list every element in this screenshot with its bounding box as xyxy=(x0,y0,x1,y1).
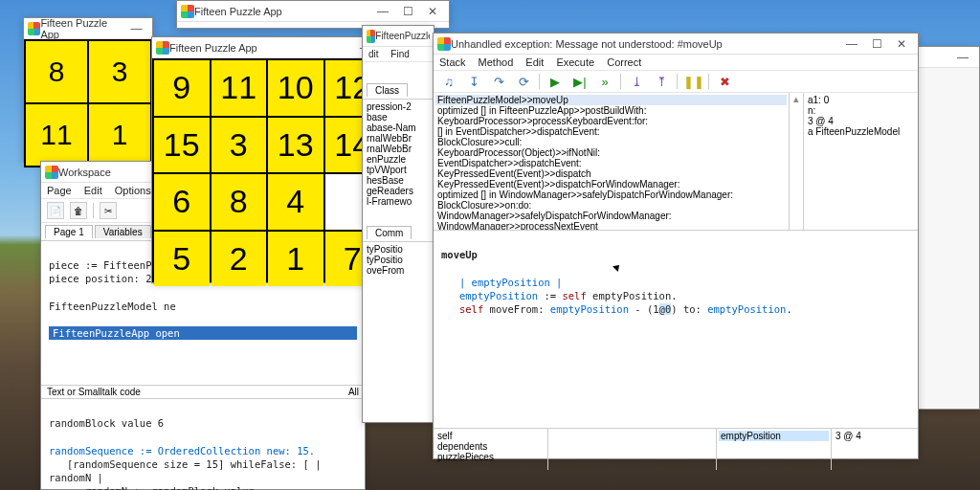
tile[interactable]: 2 xyxy=(212,232,267,287)
stack-frame[interactable]: KeyPressedEvent(Event)>>dispatch xyxy=(435,168,787,179)
tile[interactable]: 8 xyxy=(212,174,267,230)
step-over-icon[interactable]: ↷ xyxy=(489,75,508,89)
category-item[interactable]: hesBase xyxy=(365,175,432,186)
browser-titlebar[interactable]: FifteenPuzzleMode xyxy=(363,26,434,47)
method-item[interactable]: tyPositio xyxy=(365,255,432,265)
model-browser-window[interactable]: FifteenPuzzleMode dit Find Class pressio… xyxy=(362,25,434,423)
var-row[interactable]: n: xyxy=(806,105,916,116)
stack-frame[interactable]: [] in EventDispatcher>>dispatchEvent: xyxy=(435,126,787,137)
method-item[interactable]: oveFrom xyxy=(365,265,432,276)
method-source[interactable]: moveUp | emptyPosition | emptyPosition :… xyxy=(434,231,918,428)
scroll-indicator[interactable]: ▴ xyxy=(790,93,803,230)
category-item[interactable]: abase-Nam xyxy=(365,122,432,133)
stack-frame[interactable]: FifteenPuzzleModel>>moveUp xyxy=(435,95,787,105)
category-item[interactable]: pression-2 xyxy=(365,101,432,112)
stack-frame[interactable]: WindowManager>>processNextEvent xyxy=(435,221,787,230)
receiver-vars[interactable]: a1: 0n:3 @ 4a FifteenPuzzleModel xyxy=(803,93,918,230)
tile[interactable]: 6 xyxy=(154,174,210,230)
menu-correct[interactable]: Correct xyxy=(607,56,641,68)
inspector-right[interactable]: emptyPosition xyxy=(717,429,832,470)
inspector-right-value[interactable]: 3 @ 4 xyxy=(832,429,918,470)
category-item[interactable]: base xyxy=(365,112,432,122)
category-list[interactable]: pression-2baseabase-NamrnalWebBrrnalWebB… xyxy=(363,100,434,224)
maximize-button[interactable]: ☐ xyxy=(395,1,420,22)
var-emptyposition[interactable]: emptyPosition xyxy=(719,431,829,441)
stack-frame[interactable]: optimized [] in FifteenPuzzleApp>>postBu… xyxy=(435,105,787,116)
tile[interactable]: 15 xyxy=(154,118,210,173)
debugger-window[interactable]: Unhandled exception: Message not underst… xyxy=(433,33,919,459)
category-item[interactable]: tpVWport xyxy=(365,165,432,175)
inspector-item[interactable]: self xyxy=(435,431,546,441)
puzzle-back-titlebar[interactable]: Fifteen Puzzle App — ☐ ✕ xyxy=(177,1,449,22)
tile[interactable]: 11 xyxy=(26,104,87,166)
close-button[interactable]: ✕ xyxy=(420,1,445,22)
minimize-button[interactable]: — xyxy=(124,18,148,39)
tab-comm[interactable]: Comm xyxy=(367,226,412,239)
menu-edit[interactable]: Edit xyxy=(525,56,544,68)
tile[interactable]: 3 xyxy=(212,118,267,173)
cursor-down-icon[interactable]: ⤓ xyxy=(627,75,646,89)
tile[interactable]: 3 xyxy=(89,41,150,102)
inspector-item[interactable]: puzzlePieces xyxy=(435,452,546,462)
step-into-icon[interactable]: ↧ xyxy=(464,75,483,89)
stack-frame[interactable]: KeyPressedEvent(Event)>>dispatchForWindo… xyxy=(435,179,787,189)
tab-variables[interactable]: Variables xyxy=(95,225,151,238)
minimize-button[interactable]: — xyxy=(950,47,975,68)
stack-frame[interactable]: optimized [] in WindowManager>>safelyDis… xyxy=(435,189,787,200)
menu-edit-fragment[interactable]: dit xyxy=(368,49,379,59)
stack-frame[interactable]: KeyboardProcessor(Object)>>ifNotNil: xyxy=(435,147,787,158)
browser-menubar[interactable]: dit Find xyxy=(363,47,434,62)
minimize-button[interactable]: — xyxy=(370,1,395,22)
delete-button[interactable]: 🗑 xyxy=(70,202,87,219)
selected-code-line[interactable]: FifteenPuzzleApp open xyxy=(49,326,357,340)
menu-execute[interactable]: Execute xyxy=(556,56,594,68)
menu-find[interactable]: Find xyxy=(390,49,409,59)
puzzle-front-window[interactable]: Fifteen Puzzle App — 9111012153131468452… xyxy=(151,36,383,283)
tile[interactable]: 1 xyxy=(268,232,323,287)
footer-mode[interactable]: All xyxy=(348,387,359,397)
stack-trace[interactable]: FifteenPuzzleModel>>moveUpoptimized [] i… xyxy=(434,93,790,230)
inspector-left[interactable]: selfdependentspuzzlePieces xyxy=(434,429,548,470)
new-page-button[interactable]: 📄 xyxy=(47,202,64,219)
cut-button[interactable]: ✂ xyxy=(100,202,117,219)
menu-edit[interactable]: Edit xyxy=(84,185,102,196)
headphones-icon[interactable]: ♫ xyxy=(439,75,458,89)
menu-method[interactable]: Method xyxy=(479,56,514,68)
debugger-titlebar[interactable]: Unhandled exception: Message not underst… xyxy=(434,33,918,55)
category-item[interactable]: rnalWebBr xyxy=(365,133,432,144)
puzzle-left-titlebar[interactable]: Fifteen Puzzle App — xyxy=(24,18,152,39)
category-item[interactable]: rnalWebBr xyxy=(365,144,432,154)
stop-icon[interactable]: ✖ xyxy=(715,75,734,89)
refresh-icon[interactable]: ⟳ xyxy=(514,75,533,89)
menu-options[interactable]: Options xyxy=(115,185,151,196)
var-row[interactable]: 3 @ 4 xyxy=(806,116,916,126)
var-row[interactable]: a1: 0 xyxy=(806,95,916,105)
play-icon[interactable]: ▶ xyxy=(546,75,565,89)
method-item[interactable]: tyPositio xyxy=(365,244,432,255)
method-list[interactable]: tyPositiotyPositiooveFrom xyxy=(363,242,434,278)
next-icon[interactable]: » xyxy=(595,75,614,89)
tab-page1[interactable]: Page 1 xyxy=(45,225,93,238)
tile[interactable]: 10 xyxy=(268,60,323,116)
stack-frame[interactable]: EventDispatcher>>dispatchEvent: xyxy=(435,158,787,168)
debugger-menubar[interactable]: Stack Method Edit Execute Correct xyxy=(434,55,918,71)
minimize-button[interactable]: — xyxy=(839,33,864,55)
tile[interactable]: 1 xyxy=(89,104,150,166)
category-item[interactable]: enPuzzle xyxy=(365,154,432,165)
tile[interactable]: 4 xyxy=(268,174,323,230)
var-row[interactable]: a FifteenPuzzleModel xyxy=(806,126,916,137)
stack-frame[interactable]: BlockClosure>>cull: xyxy=(435,137,787,147)
tile[interactable]: 9 xyxy=(154,60,210,116)
menu-stack[interactable]: Stack xyxy=(439,56,466,68)
category-item[interactable]: l-Framewo xyxy=(365,196,432,207)
bg-titlebar[interactable]: — xyxy=(918,47,979,68)
tab-class[interactable]: Class xyxy=(367,83,408,97)
puzzle-left-window[interactable]: Fifteen Puzzle App — 8 3 11 1 xyxy=(23,17,153,163)
workspace-footer-code[interactable]: randomBlock value 6 randomSequence := Or… xyxy=(41,398,365,490)
inspector-item[interactable]: dependents xyxy=(435,441,546,452)
tile[interactable]: 13 xyxy=(268,118,323,173)
stack-frame[interactable]: BlockClosure>>on:do: xyxy=(435,200,787,211)
category-item[interactable]: geReaders xyxy=(365,186,432,196)
pause-icon[interactable]: ❚❚ xyxy=(683,75,702,89)
cursor-up-icon[interactable]: ⤒ xyxy=(652,75,671,89)
